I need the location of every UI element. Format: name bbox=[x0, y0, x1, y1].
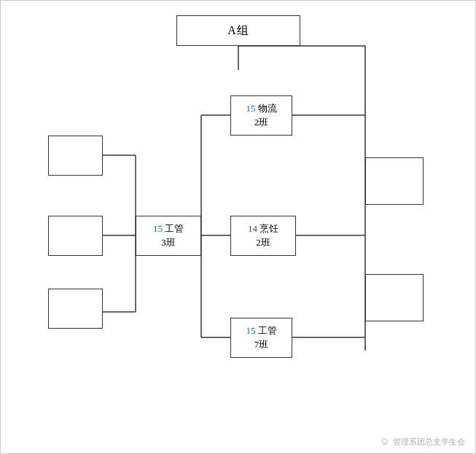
node-bottom-label: 15 工管7班 bbox=[246, 324, 276, 351]
node-kitchen: 14 烹饪2班 bbox=[230, 216, 296, 256]
right-box-top bbox=[365, 157, 424, 205]
watermark: ☺ 管理系团总支学生会 bbox=[380, 436, 465, 447]
node-mid: 15 工管3班 bbox=[136, 216, 201, 256]
left-box-top bbox=[48, 136, 103, 176]
left-box-mid bbox=[48, 216, 103, 256]
title-label: A组 bbox=[227, 23, 249, 39]
node-mid-label: 15 工管3班 bbox=[153, 222, 184, 248]
canvas: A组 15 物流2班 15 工管3班 14 烹饪2班 15 工管7班 ☺ 管理系 bbox=[0, 0, 476, 454]
watermark-icon: ☺ bbox=[380, 436, 390, 447]
left-box-bottom bbox=[48, 289, 103, 329]
watermark-text: 管理系团总支学生会 bbox=[393, 437, 465, 447]
node-top-label: 15 物流2班 bbox=[246, 102, 276, 128]
node-bottom: 15 工管7班 bbox=[230, 318, 292, 358]
node-top: 15 物流2班 bbox=[230, 95, 292, 136]
node-kitchen-label: 14 烹饪2班 bbox=[248, 222, 278, 248]
title-box: A组 bbox=[176, 15, 300, 46]
right-box-bottom bbox=[365, 274, 424, 321]
